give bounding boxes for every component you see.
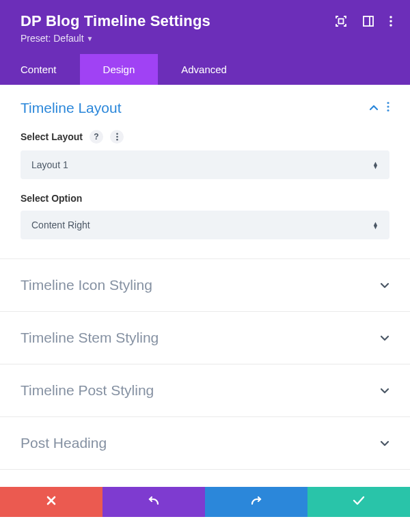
chevron-down-icon (380, 279, 390, 291)
field-label-row: Select Layout ? (20, 130, 390, 144)
svg-point-11 (116, 139, 118, 141)
svg-point-6 (387, 102, 389, 104)
field-select-layout: Select Layout ? Layout 1 ▲▼ (20, 130, 390, 179)
svg-point-7 (387, 105, 389, 107)
cancel-button[interactable] (0, 487, 102, 517)
svg-point-3 (390, 16, 392, 18)
settings-header: DP Blog Timeline Settings (0, 0, 410, 54)
section-header-actions (369, 101, 390, 115)
svg-point-8 (387, 109, 389, 111)
header-actions (335, 15, 395, 27)
tab-content[interactable]: Content (0, 54, 80, 85)
preset-label: Preset: Default (20, 33, 84, 44)
redo-icon (249, 495, 263, 509)
section-timeline-post-styling[interactable]: Timeline Post Styling (0, 364, 410, 417)
select-arrows-icon: ▲▼ (372, 162, 379, 168)
select-value: Content Right (31, 220, 90, 230)
undo-button[interactable] (102, 487, 205, 517)
caret-down-icon: ▼ (87, 35, 94, 42)
undo-icon (147, 495, 161, 509)
chevron-down-icon (380, 332, 390, 344)
header-top-row: DP Blog Timeline Settings (20, 12, 395, 30)
svg-point-4 (390, 20, 392, 23)
help-icon[interactable]: ? (90, 130, 103, 144)
section-title: Timeline Stem Styling (20, 330, 159, 346)
field-select-option: Select Option Content Right ▲▼ (20, 193, 390, 239)
section-timeline-layout: Timeline Layout Select Layou (0, 85, 410, 259)
more-options-icon[interactable] (390, 15, 392, 27)
close-icon (46, 495, 57, 509)
select-layout-dropdown[interactable]: Layout 1 ▲▼ (20, 150, 390, 179)
section-timeline-icon-styling[interactable]: Timeline Icon Styling (0, 259, 410, 312)
panel-layout-icon[interactable] (362, 15, 374, 27)
save-button[interactable] (308, 487, 410, 517)
check-icon (353, 496, 365, 508)
field-more-icon[interactable] (110, 130, 124, 144)
settings-content: Timeline Layout Select Layou (0, 85, 410, 487)
svg-point-10 (116, 136, 118, 138)
section-header-timeline-layout[interactable]: Timeline Layout (20, 100, 390, 116)
tab-design[interactable]: Design (80, 54, 159, 85)
svg-point-9 (116, 133, 118, 135)
settings-tabs: Content Design Advanced (0, 54, 410, 85)
chevron-down-icon (380, 384, 390, 397)
label-text: Select Option (20, 193, 82, 204)
tab-advanced[interactable]: Advanced (158, 54, 250, 85)
redo-button[interactable] (205, 487, 308, 517)
chevron-up-icon[interactable] (369, 102, 379, 114)
expand-icon[interactable] (335, 15, 347, 27)
field-label-row: Select Option (20, 193, 390, 204)
section-title: Post Heading (20, 435, 107, 451)
svg-rect-0 (339, 19, 344, 24)
select-arrows-icon: ▲▼ (372, 222, 379, 228)
section-title: Timeline Layout (20, 100, 121, 116)
section-post-heading[interactable]: Post Heading (0, 417, 410, 470)
select-option-dropdown[interactable]: Content Right ▲▼ (20, 211, 390, 239)
label-text: Select Layout (20, 131, 83, 142)
preset-dropdown[interactable]: Preset: Default ▼ (20, 33, 94, 44)
section-title: Timeline Post Styling (20, 382, 154, 399)
select-value: Layout 1 (31, 159, 68, 170)
chevron-down-icon (380, 437, 390, 449)
svg-point-5 (390, 24, 392, 27)
section-title: Timeline Icon Styling (20, 277, 152, 293)
section-more-icon[interactable] (387, 101, 390, 115)
section-timeline-stem-styling[interactable]: Timeline Stem Styling (0, 312, 410, 364)
footer-actions (0, 487, 410, 517)
svg-rect-1 (364, 16, 373, 26)
settings-title: DP Blog Timeline Settings (20, 12, 210, 30)
